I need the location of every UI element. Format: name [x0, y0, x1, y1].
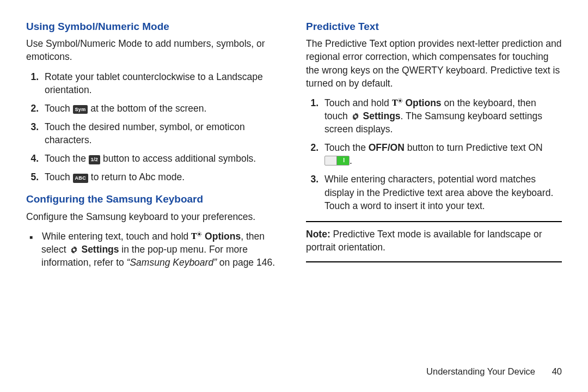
sym-key-icon: Sym [73, 105, 88, 114]
svg-point-3 [72, 249, 75, 252]
steps-predictive: Touch and hold T Options on the keyboard… [306, 96, 562, 212]
t-options-icon: T [392, 98, 403, 108]
t-options-icon: T [191, 231, 202, 241]
footer-chapter: Understanding Your Device [426, 366, 535, 376]
bullet-config-keyboard: While entering text, touch and hold T Op… [26, 230, 282, 269]
pstep-3: While entering characters, potential wor… [321, 173, 562, 212]
bullet-item: While entering text, touch and hold T Op… [41, 230, 282, 269]
step-4: Touch the 1/2 button to access additiona… [41, 152, 282, 165]
divider [306, 221, 562, 222]
step-2: Touch Sym at the bottom of the screen. [41, 102, 282, 115]
gear-icon [69, 245, 79, 255]
divider [306, 261, 562, 262]
svg-point-1 [198, 233, 200, 235]
svg-text:T: T [191, 231, 197, 241]
intro-symbol-numeric: Use Symbol/Numeric Mode to add numbers, … [26, 37, 282, 63]
abc-key-icon: ABC [73, 174, 88, 182]
pstep-2: Touch the OFF/ON button to turn Predicti… [321, 141, 562, 167]
gear-icon [351, 112, 360, 121]
intro-config-keyboard: Configure the Samsung keyboard to your p… [26, 210, 282, 223]
note-predictive: Note: Predictive Text mode is available … [306, 228, 562, 254]
page-footer: Understanding Your Device 40 [426, 365, 562, 378]
left-column: Using Symbol/Numeric Mode Use Symbol/Num… [26, 20, 282, 377]
right-column: Predictive Text The Predictive Text opti… [306, 20, 562, 377]
pstep-1: Touch and hold T Options on the keyboard… [321, 96, 562, 136]
one-two-key-icon: 1/2 [89, 155, 100, 164]
intro-predictive: The Predictive Text option provides next… [306, 37, 562, 90]
on-switch-icon [324, 156, 350, 166]
steps-symbol-numeric: Rotate your tablet counterclockwise to a… [26, 70, 282, 184]
heading-symbol-numeric: Using Symbol/Numeric Mode [26, 20, 282, 34]
svg-text:T: T [392, 98, 398, 107]
svg-point-5 [399, 100, 401, 102]
step-5: Touch ABC to return to Abc mode. [41, 170, 282, 183]
svg-point-7 [354, 115, 357, 118]
heading-predictive: Predictive Text [306, 20, 562, 34]
step-3: Touch the desired number, symbol, or emo… [41, 120, 282, 146]
step-1: Rotate your tablet counterclockwise to a… [41, 70, 282, 96]
footer-page-number: 40 [552, 365, 562, 378]
heading-config-keyboard: Configuring the Samsung Keyboard [26, 192, 282, 206]
